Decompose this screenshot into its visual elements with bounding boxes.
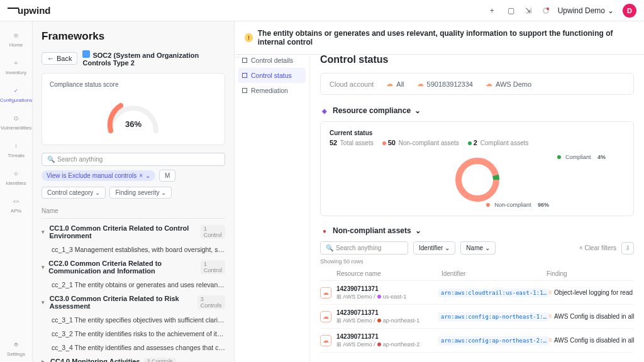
control-heading: The entity obtains or generates and uses… (258, 29, 634, 47)
cloud-account-label: Cloud account (330, 80, 374, 88)
tree-child[interactable]: cc_1_3 Management establishes, with boar… (42, 243, 225, 256)
identifier-dropdown[interactable]: Identifier ⌄ (413, 241, 455, 255)
tree-row[interactable]: CC4.0 Monitoring Activities 2 Controls (42, 354, 225, 362)
frameworks-panel: Frameworks ← Back SOC2 (System and Organ… (33, 21, 234, 362)
svg-point-0 (458, 161, 496, 199)
more-filters-button[interactable]: M (159, 170, 175, 182)
alert-icon: ● (320, 226, 329, 235)
chevron-icon (42, 358, 47, 362)
tab-control-details[interactable]: Control details (235, 53, 309, 68)
inventory-icon: ≡ (11, 58, 21, 68)
finding-severity-dropdown[interactable]: Finding severity ⌄ (109, 187, 172, 199)
name-dropdown[interactable]: Name ⌄ (460, 241, 496, 255)
name-column-header: Name (42, 204, 225, 219)
resource-compliance-header[interactable]: ◈Resource compliance ⌄ (320, 106, 634, 115)
framework-breadcrumb: SOC2 (System and Organization Controls T… (82, 50, 225, 67)
cloud-account-all[interactable]: ☁All (386, 80, 404, 88)
sidebar-item-vulnerabilities[interactable]: ⌬Vulnerabilities (0, 108, 32, 136)
home-icon: ◎ (11, 30, 21, 40)
cloud-account-name[interactable]: ☁AWS Demo (486, 80, 531, 88)
compliance-box: Current status 52 Total assets 50 Non-co… (320, 121, 634, 216)
col-identifier: Identifier (441, 270, 547, 277)
cloud-icon: ☁ (386, 80, 393, 88)
score-gauge: 36% (102, 93, 165, 137)
sidebar: ◎Home ≡Inventory ✓Configurations ⌬Vulner… (0, 0, 33, 362)
tab-control-status[interactable]: Control status (238, 68, 306, 83)
sidebar-item-apis[interactable]: <>APIs (0, 191, 32, 219)
controls-tree: Name CC1.0 Common Criteria Related to Co… (42, 204, 225, 362)
user-icon: ☺ (11, 168, 21, 178)
detail-nav: Control details Control status Remediati… (235, 47, 310, 362)
tab-remediation[interactable]: Remediation (235, 83, 309, 98)
cloud-account-bar: Cloud account ☁All ☁590183912334 ☁AWS De… (320, 73, 634, 95)
section-title: Control status (320, 54, 634, 65)
tree-row[interactable]: CC2.0 Common Criteria Related to Communi… (42, 256, 225, 278)
table-row[interactable]: ☁ 142390711371 ⊞ AWS Demo /ap-northeast-… (320, 305, 634, 329)
map-icon[interactable]: ▢ (508, 6, 516, 15)
detail-panel: × « ! The entity obtains or generates an… (234, 21, 644, 362)
col-finding: Finding (547, 270, 634, 277)
severity-icon: ⫴ (549, 337, 552, 344)
noncompliant-header[interactable]: ●Non-compliant assets ⌄ (320, 226, 634, 235)
tree-child[interactable]: cc_2_1 The entity obtains or generates a… (42, 278, 225, 292)
activity-icon[interactable]: ⇲ (525, 6, 534, 15)
compliance-score-card: Compliance status score 36% (42, 73, 225, 145)
sidebar-item-settings[interactable]: ⚙Settings (0, 334, 32, 362)
cloud-account-id[interactable]: ☁590183912334 (417, 80, 473, 88)
cloud-icon: ☁ (486, 80, 492, 88)
sidebar-item-threats[interactable]: !Threats (0, 136, 32, 163)
compliance-donut: Compliant 4% Non-compliant 96% (330, 151, 625, 208)
org-selector[interactable]: Upwind Demo ⌄ (558, 6, 614, 15)
warning-icon: ! (245, 33, 253, 42)
api-icon: <> (11, 196, 21, 206)
current-status-label: Current status (330, 129, 625, 136)
check-icon: ✓ (11, 85, 21, 96)
bug-icon: ⌬ (11, 113, 21, 123)
soc2-icon (82, 50, 90, 58)
status-summary: 52 Total assets 50 Non-compliant assets … (330, 139, 625, 146)
aws-icon: ☁ (320, 287, 331, 299)
remove-chip-icon[interactable]: × (139, 172, 143, 179)
control-category-dropdown[interactable]: Control category ⌄ (42, 187, 106, 199)
brand-logo[interactable]: upwind (8, 5, 51, 16)
score-label: Compliance status score (50, 81, 217, 88)
col-resource-name: Resource name (336, 270, 441, 277)
status-indicator[interactable] (543, 8, 549, 14)
clear-filters-button[interactable]: × Clear filters (579, 244, 616, 251)
tree-child[interactable]: cc_3_4 The entity identifies and assesse… (42, 341, 225, 354)
view-filter-chip[interactable]: View is Exclude manual controls × ⌄ (42, 170, 155, 181)
status-icon (242, 73, 247, 78)
tree-child[interactable]: cc_3_2 The entity identifies risks to th… (42, 327, 225, 341)
search-input[interactable]: 🔍 Search anything (42, 153, 225, 166)
export-button[interactable]: ⇩ (621, 242, 634, 255)
tree-row[interactable]: CC1.0 Common Criteria Related to Control… (42, 221, 225, 243)
add-icon[interactable]: + (490, 6, 499, 15)
aws-icon: ☁ (320, 311, 331, 322)
settings-icon: ⚙ (11, 339, 21, 349)
back-button[interactable]: ← Back (42, 52, 77, 65)
sidebar-item-identities[interactable]: ☺Identities (0, 163, 32, 191)
rows-count: Showing 50 rows (320, 258, 634, 265)
severity-icon: ⫴ (549, 313, 552, 320)
chevron-icon (42, 299, 46, 305)
compliance-icon: ◈ (320, 106, 329, 115)
table-row[interactable]: ☁ 142390711371 ⊞ AWS Demo /ap-northeast-… (320, 329, 634, 353)
cloud-icon: ☁ (417, 80, 424, 88)
aws-icon: ☁ (320, 335, 331, 346)
chevron-icon (42, 229, 45, 235)
details-icon (242, 58, 247, 63)
threat-icon: ! (11, 141, 21, 151)
remediation-icon (242, 88, 247, 93)
tree-row[interactable]: CC3.0 Common Criteria Related to Risk As… (42, 292, 225, 313)
sidebar-item-inventory[interactable]: ≡Inventory (0, 53, 32, 80)
severity-icon: ⫴ (549, 289, 552, 296)
table-row[interactable]: ☁ 142390711371 ⊞ AWS Demo /us-east-1 arn… (320, 281, 634, 305)
avatar[interactable]: D (623, 4, 636, 18)
tree-child[interactable]: cc_3_1 The entity specifies objectives w… (42, 313, 225, 327)
sidebar-item-configurations[interactable]: ✓Configurations (0, 80, 32, 108)
assets-search-input[interactable]: 🔍 Search anything (320, 241, 408, 255)
chevron-icon (42, 264, 45, 270)
sidebar-item-home[interactable]: ◎Home (0, 25, 32, 53)
page-title: Frameworks (42, 30, 225, 43)
